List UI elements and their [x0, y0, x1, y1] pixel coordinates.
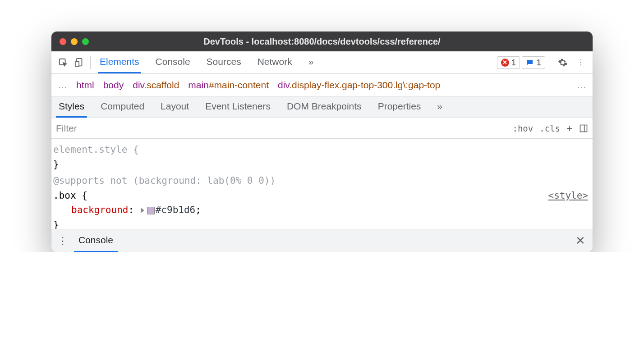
breadcrumb-body[interactable]: body [103, 80, 124, 91]
breadcrumb-html[interactable]: html [76, 80, 94, 91]
device-toolbar-icon[interactable] [71, 55, 87, 71]
drawer-more-icon[interactable]: ⋮ [56, 235, 69, 247]
tab-elements[interactable]: Elements [98, 51, 141, 73]
errors-count: 1 [511, 58, 516, 68]
box-selector: .box { [53, 188, 87, 203]
drawer-close-icon[interactable]: ✕ [573, 234, 588, 248]
devtools-window: DevTools - localhost:8080/docs/devtools/… [51, 32, 593, 252]
new-style-rule-icon[interactable]: + [566, 122, 573, 135]
drawer: ⋮ Console ✕ [51, 229, 593, 252]
hov-toggle[interactable]: :hov [512, 123, 533, 133]
breadcrumb-div-scaffold[interactable]: div.scaffold [133, 80, 179, 91]
tab-sources[interactable]: Sources [205, 51, 243, 73]
styles-filter-input[interactable] [56, 123, 506, 134]
settings-icon[interactable] [555, 55, 571, 71]
prop-name: background [71, 205, 128, 215]
toolbar-right: ✕ 1 1 ⋮ [497, 55, 589, 71]
element-style-rule[interactable]: element.style { } [53, 142, 591, 172]
color-swatch-icon[interactable] [147, 207, 155, 214]
breadcrumb-div-flex[interactable]: div.display-flex.gap-top-300.lg\:gap-top [278, 80, 440, 91]
dom-breadcrumb: … html body div.scaffold main#main-conte… [51, 74, 593, 96]
breadcrumb-main[interactable]: main#main-content [188, 80, 269, 91]
toolbar-separator [550, 56, 550, 69]
element-style-selector: element.style { [53, 144, 139, 155]
toolbar-separator [90, 56, 91, 69]
window-close-button[interactable] [60, 38, 66, 45]
messages-badge[interactable]: 1 [522, 56, 545, 69]
svg-rect-2 [75, 61, 79, 67]
cls-toggle[interactable]: .cls [539, 123, 560, 133]
error-icon: ✕ [501, 59, 509, 67]
titlebar: DevTools - localhost:8080/docs/devtools/… [51, 32, 593, 51]
window-maximize-button[interactable] [82, 38, 89, 45]
prop-value: #c9b1d6 [156, 205, 196, 215]
background-property[interactable]: background: #c9b1d6; [53, 203, 591, 218]
tabs-overflow-icon[interactable]: » [307, 51, 316, 73]
subtab-properties[interactable]: Properties [375, 96, 424, 118]
messages-count: 1 [536, 58, 541, 68]
traffic-lights [60, 38, 89, 45]
computed-styles-sidebar-icon[interactable] [579, 124, 588, 133]
main-toolbar: Elements Console Sources Network » ✕ 1 1… [51, 51, 593, 74]
tab-network[interactable]: Network [256, 51, 294, 73]
subtab-event-listeners[interactable]: Event Listeners [202, 96, 273, 118]
expand-shorthand-icon[interactable] [141, 208, 144, 213]
breadcrumb-ellipsis-start[interactable]: … [58, 80, 67, 91]
main-tabs: Elements Console Sources Network » [98, 51, 315, 73]
styles-subtabs: Styles Computed Layout Event Listeners D… [51, 96, 593, 118]
styles-filter-bar: :hov .cls + [51, 118, 593, 139]
box-style-rule[interactable]: @supports not (background: lab(0% 0 0)) … [53, 173, 591, 229]
window-title: DevTools - localhost:8080/docs/devtools/… [59, 36, 585, 47]
subtab-dom-breakpoints[interactable]: DOM Breakpoints [284, 96, 364, 118]
window-minimize-button[interactable] [71, 38, 78, 45]
subtab-styles[interactable]: Styles [56, 96, 87, 118]
styles-pane: element.style { } @supports not (backgro… [51, 139, 593, 229]
inspect-element-icon[interactable] [55, 55, 71, 71]
subtab-layout[interactable]: Layout [158, 96, 192, 118]
close-brace: } [53, 218, 591, 229]
more-icon[interactable]: ⋮ [573, 55, 589, 71]
rule-source-link[interactable]: <style> [548, 188, 591, 203]
errors-badge[interactable]: ✕ 1 [497, 56, 520, 69]
message-icon [526, 59, 534, 67]
subtabs-overflow-icon[interactable]: » [434, 96, 445, 118]
svg-rect-3 [580, 125, 587, 132]
tab-console[interactable]: Console [154, 51, 192, 73]
subtab-computed[interactable]: Computed [98, 96, 147, 118]
breadcrumb-ellipsis-end[interactable]: … [572, 80, 586, 91]
drawer-tab-console[interactable]: Console [74, 229, 118, 252]
close-brace: } [53, 157, 591, 172]
supports-rule-text: @supports not (background: lab(0% 0 0)) [53, 173, 591, 188]
